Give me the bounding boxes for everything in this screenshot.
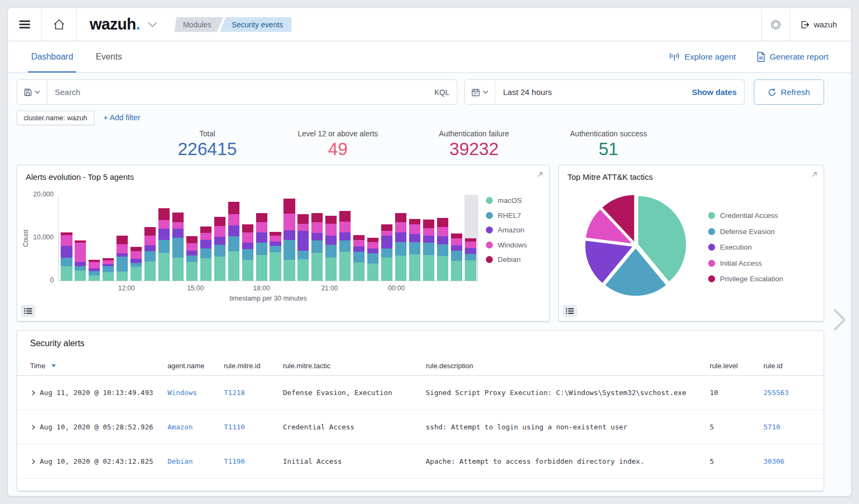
chevron-down-icon [34, 90, 40, 94]
bar-21[interactable] [353, 195, 365, 281]
bar-4[interactable] [117, 195, 128, 281]
tab-events[interactable]: Events [96, 41, 122, 72]
carousel-next-button[interactable] [833, 308, 847, 332]
legend-item-debian[interactable]: Debian [486, 255, 544, 264]
cell-mitre-id[interactable]: T1190 [224, 457, 283, 465]
cell-rule-id[interactable]: 255563 [763, 389, 824, 397]
search-input[interactable] [47, 87, 427, 97]
cell-mitre-id[interactable]: T1110 [224, 423, 283, 431]
bar-1[interactable] [75, 195, 86, 281]
show-dates-button[interactable]: Show dates [685, 87, 744, 97]
legend-item-defense-evasion[interactable]: Defense Evasion [708, 228, 783, 236]
bar-8[interactable] [172, 195, 184, 281]
x-tick: 15:00 [187, 284, 203, 292]
stat-label: Authentication success [570, 129, 647, 138]
legend-label: RHEL7 [498, 211, 521, 220]
stat-value[interactable]: 226415 [178, 139, 237, 159]
stat-level12: Level 12 or above alerts 49 [298, 129, 378, 163]
legend-item-windows[interactable]: Windows [486, 241, 544, 249]
tab-dashboard[interactable]: Dashboard [31, 41, 73, 72]
generate-report-button[interactable]: Generate report [756, 52, 828, 62]
stat-auth-failure: Authentication failure 39232 [439, 129, 509, 163]
app-logo[interactable]: wazuh. [77, 16, 163, 33]
bar-18[interactable] [311, 195, 323, 281]
home-button[interactable] [42, 8, 76, 41]
legend-item-rhel7[interactable]: RHEL7 [486, 211, 544, 220]
stat-value[interactable]: 49 [298, 139, 378, 159]
bar-2[interactable] [89, 195, 100, 281]
bar-13[interactable] [242, 195, 253, 281]
bar-20[interactable] [339, 195, 351, 281]
column-header-rule-description[interactable]: rule.description [426, 362, 710, 370]
user-session-button[interactable]: wazuh [790, 20, 851, 30]
cell-agent-name[interactable]: Amazon [168, 423, 224, 431]
bar-12[interactable] [228, 195, 239, 281]
cell-mitre-id[interactable]: T1218 [224, 389, 283, 397]
saved-query-menu-button[interactable] [17, 79, 47, 105]
bar-7[interactable] [158, 195, 170, 281]
bar-10[interactable] [200, 195, 212, 281]
filter-pill-cluster-name[interactable]: cluster.name: wazuh [17, 111, 94, 125]
add-filter-button[interactable]: + Add filter [104, 113, 141, 122]
bar-26[interactable] [423, 195, 434, 281]
column-header-rule-level[interactable]: rule.level [710, 362, 763, 370]
legend-label: Windows [498, 241, 527, 249]
column-header-rule-mitre-id[interactable]: rule.mitre.id [224, 362, 283, 370]
cell-time: Aug 10, 2020 @ 02:43:12.825 [40, 457, 153, 465]
bar-16[interactable] [283, 195, 295, 281]
legend-item-initial-access[interactable]: Initial Access [708, 259, 783, 267]
bar-6[interactable] [144, 195, 156, 281]
bar-22[interactable] [367, 195, 378, 281]
cell-rule-id[interactable]: 5710 [763, 423, 824, 431]
bar-9[interactable] [186, 195, 198, 281]
cell-agent-name[interactable]: Windows [168, 389, 224, 397]
refresh-button[interactable]: Refresh [754, 79, 824, 105]
y-tick: 0 [50, 276, 54, 284]
cell-agent-name[interactable]: Debian [168, 457, 224, 465]
bar-29[interactable] [465, 195, 476, 281]
bar-23[interactable] [381, 195, 392, 281]
bar-17[interactable] [297, 195, 309, 281]
menu-button[interactable] [8, 8, 41, 41]
explore-agent-button[interactable]: Explore agent [668, 52, 736, 62]
kql-toggle[interactable]: KQL [427, 88, 457, 97]
refresh-icon [768, 88, 776, 97]
column-header-rule-mitre-tactic[interactable]: rule.mitre.tactic [283, 362, 426, 370]
column-header-time[interactable]: Time [30, 362, 168, 370]
legend-toggle-button[interactable] [563, 305, 577, 317]
bar-0[interactable] [61, 195, 72, 281]
bar-24[interactable] [395, 195, 406, 281]
row-expand-icon[interactable] [30, 390, 37, 396]
expand-panel-icon[interactable] [811, 171, 818, 178]
floppy-disk-icon [24, 88, 32, 97]
legend-item-privilege-escalation[interactable]: Privilege Escalation [708, 275, 783, 283]
legend-item-amazon[interactable]: Amazon [486, 226, 544, 234]
x-tick: 18:00 [253, 284, 270, 292]
bar-28[interactable] [451, 195, 462, 281]
bar-15[interactable] [270, 195, 281, 281]
bar-14[interactable] [256, 195, 267, 281]
cell-rule-id[interactable]: 30306 [763, 457, 824, 465]
breadcrumb-modules[interactable]: Modules [174, 17, 223, 32]
bar-19[interactable] [325, 195, 337, 281]
expand-panel-icon[interactable] [536, 171, 544, 178]
legend-toggle-button[interactable] [21, 305, 35, 317]
bar-11[interactable] [214, 195, 225, 281]
legend-item-credential-access[interactable]: Credential Access [708, 211, 783, 220]
bar-3[interactable] [103, 195, 114, 281]
column-header-rule-id[interactable]: rule.id [763, 362, 824, 370]
bar-25[interactable] [409, 195, 420, 281]
bar-27[interactable] [437, 195, 448, 281]
stat-value[interactable]: 51 [570, 139, 647, 159]
bar-5[interactable] [130, 195, 142, 281]
column-header-agent-name[interactable]: agent.name [168, 362, 224, 370]
health-indicator-button[interactable] [762, 8, 790, 41]
time-range-value[interactable]: Last 24 hours [496, 87, 685, 97]
row-expand-icon[interactable] [30, 424, 37, 430]
legend-item-execution[interactable]: Execution [708, 243, 783, 251]
row-expand-icon[interactable] [30, 458, 37, 465]
date-quick-select-button[interactable] [465, 80, 496, 104]
legend-item-macos[interactable]: macOS [486, 196, 544, 204]
table-header-row: Time agent.name rule.mitre.id rule.mitre… [17, 356, 824, 376]
stat-value[interactable]: 39232 [439, 139, 509, 159]
